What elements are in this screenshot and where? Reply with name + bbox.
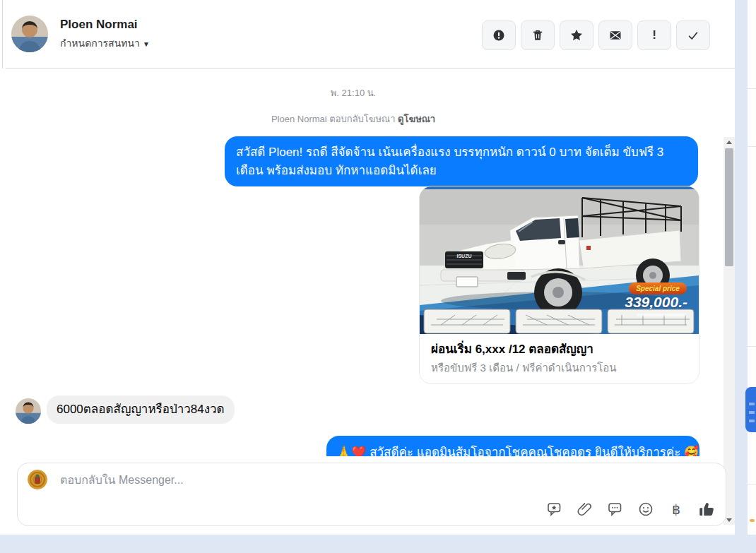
conversation-header: Ploen Normai กำหนดการสนทนา▼ [6,0,735,69]
incoming-message-row: 6000ตลอดสัญญาหรือป่าว84งวด [16,396,235,424]
card-footer: ผ่อนเริ่ม 6,xxx /12 ตลอดสัญญา หรือขับฟรี… [420,334,699,383]
truck-photo-illustration: ISUZU [420,186,699,334]
incoming-message-bubble: 6000ตลอดสัญญาหรือป่าว84งวด [47,396,235,424]
like-button[interactable] [697,500,716,518]
side-panel-accent [750,519,755,522]
starred-reply-button[interactable] [545,500,564,518]
page-logo-avatar [28,470,47,489]
details-panel-edge [748,0,756,535]
ad-attachment-card[interactable]: ISUZU [419,186,699,384]
delete-button[interactable] [521,20,555,50]
attach-paperclip-icon [577,501,593,518]
conversation-menu[interactable]: กำหนดการสนทนา▼ [60,35,150,51]
ad-reply-text: Ploen Normai ตอบกลับโฆษณา [271,114,396,124]
fine-print-line [637,314,686,316]
message-history: พ. 21:10 น. Ploen Normai ตอบกลับโฆษณา ดู… [6,69,735,463]
starred-reply-icon [546,501,563,518]
view-ad-link[interactable]: ดูโฆษณา [398,114,435,124]
flag-important-button[interactable]: ! [637,20,671,50]
contact-name: Ploen Normai [60,18,138,32]
panel-divider [748,346,756,347]
emoji-icon [637,501,654,518]
price-text: 339,000.- [625,294,687,311]
payment-baht-icon: ฿ [672,503,680,516]
star-icon [569,28,584,42]
trash-icon [531,28,545,42]
contact-avatar-small [16,398,41,424]
mark-unread-icon [608,28,622,42]
header-action-buttons: ! [482,20,710,50]
mark-unread-button[interactable] [598,20,632,50]
outgoing-message-bubble-partial: 🙏❤️ สวัสดีค่ะ แอดมินส้มโอจากโชคคูณโชคอดร… [326,436,699,456]
truck-photo: ISUZU [420,186,699,334]
saved-replies-button[interactable] [606,500,625,518]
thumbs-up-icon [697,500,716,518]
conversation-panel: Ploen Normai กำหนดการสนทนา▼ [6,0,735,535]
emoji-button[interactable] [637,500,655,518]
timestamp-label: พ. 21:10 น. [6,85,701,100]
saved-replies-icon [607,501,624,518]
contact-avatar [11,16,48,52]
panel-divider [748,484,756,484]
payment-button[interactable]: ฿ [667,500,685,518]
conversation-menu-label: กำหนดการสนทนา [60,37,140,49]
panel-divider [748,146,756,147]
messenger-inbox-window: Ploen Normai กำหนดการสนทนา▼ [0,0,756,553]
truck-brand-text: ISUZU [457,254,472,258]
card-subtitle: หรือขับฟรี 3 เดือน / ฟรีค่าดำเนินการโอน [431,361,687,375]
attach-file-button[interactable] [576,500,594,518]
chat-scrollbar[interactable] [723,137,735,525]
exclamation-icon: ! [652,28,656,42]
avatar-photo [11,16,48,52]
report-button[interactable] [482,20,516,50]
special-price-badge: Special price [629,283,687,295]
report-icon [492,28,506,42]
chevron-down-icon: ▼ [143,40,150,48]
outgoing-message-bubble: สวัสดี Ploen! รถดี สีจัดจ้าน เน้นเครื่อง… [225,136,698,186]
panel-divider [748,88,756,89]
reply-composer: ฿ [17,463,726,526]
mark-done-button[interactable] [676,20,710,50]
ad-reply-note: Ploen Normai ตอบกลับโฆษณา ดูโฆษณา [6,112,701,126]
follow-up-button[interactable] [560,20,593,50]
avatar-photo-small [16,398,41,424]
left-divider [2,0,3,69]
page-logo [28,470,47,489]
card-title: ผ่อนเริ่ม 6,xxx /12 ตลอดสัญญา [431,342,687,358]
side-panel-blue-button[interactable] [745,387,756,432]
composer-toolbar: ฿ [545,500,716,518]
scroll-up-arrow[interactable] [723,137,735,147]
partially-visible-message: 🙏❤️ สวัสดีค่ะ แอดมินส้มโอจากโชคคูณโชคอดร… [326,436,699,456]
check-icon [686,28,700,42]
reply-input[interactable] [59,469,556,492]
scrollbar-thumb[interactable] [725,148,733,266]
